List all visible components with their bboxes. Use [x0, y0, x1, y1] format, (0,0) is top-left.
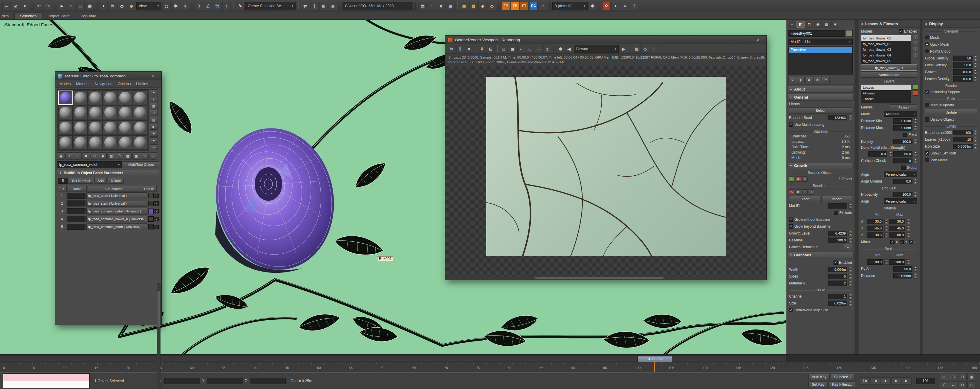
button-embedded[interactable]: <embedded> [861, 71, 917, 78]
field-mat-id[interactable] [828, 203, 847, 208]
render-pass-dropdown[interactable]: Beauty▾ [574, 45, 619, 53]
field-leaves-density[interactable]: 100.0 [953, 76, 972, 81]
ribbon-tab-object-paint[interactable]: Object Paint [43, 13, 75, 19]
tab-motion[interactable]: ◉ [814, 21, 822, 28]
time-slider-track[interactable]: 101 / 262 [0, 355, 786, 362]
material-slot-24[interactable] [133, 135, 147, 150]
field-size[interactable]: 0.029m [828, 300, 847, 306]
dropdown-align-16[interactable]: Perpendicular▾ [884, 171, 917, 177]
play-button[interactable]: ▶ [881, 377, 891, 384]
checkbox-exclude[interactable] [834, 211, 838, 215]
spinner-arrows[interactable]: ▲▼ [914, 158, 917, 164]
checkbox-real-world-map-size[interactable]: ✓ [789, 308, 793, 312]
spinner-arrows[interactable]: ▲▼ [848, 231, 852, 236]
toggle-layer-explorer[interactable]: ≣ [329, 2, 337, 10]
close-icon[interactable]: ✕ [148, 73, 159, 80]
checkbox-mirror-x[interactable]: ✓ [890, 240, 894, 244]
submaterial-color-swatch[interactable] [148, 208, 154, 214]
forest-pack-lister[interactable]: FP [501, 2, 510, 10]
coord-field-z[interactable] [250, 378, 286, 384]
field-collision-check[interactable]: 0 [893, 158, 912, 164]
submaterial-color-swatch[interactable] [148, 193, 154, 198]
close-icon[interactable]: ✕ [753, 37, 764, 44]
material-slot-16[interactable] [103, 121, 118, 135]
render-production[interactable]: ◆ [479, 2, 487, 10]
panel-collapse-arrow-icon[interactable]: ◀ [925, 22, 927, 25]
make-unique-icon[interactable]: ◆ [99, 152, 107, 160]
bind-to-space-warp[interactable]: ≈ [21, 2, 29, 10]
reference-coordinate-system[interactable]: View▾ [136, 2, 161, 10]
submaterial-count-field[interactable]: 5 [58, 178, 68, 184]
spinner-arrows[interactable]: ▲▼ [885, 232, 888, 238]
column-header-on-off[interactable]: On/Off [141, 186, 157, 192]
video-color-check-icon[interactable]: ▥ [150, 117, 158, 123]
zoom-icon[interactable]: ⊕ [940, 373, 948, 380]
material-slot-22[interactable] [103, 135, 118, 150]
erase-baseline-icon[interactable]: ✖ [795, 189, 801, 195]
submaterial-button-fp-rosa-common-flower-b-universal-4[interactable]: fp_rosa_common_flower_b ( Universal ) [86, 216, 147, 222]
field-leaves-x1000[interactable]: 10 [953, 137, 972, 142]
material-slot-3[interactable] [88, 91, 102, 105]
object-label-box001[interactable]: Box001 [377, 256, 393, 261]
button-fp-rosa-flower-01[interactable]: fp_rosa_flower_01 [861, 65, 917, 71]
list-item-fp-rosa-flower-03[interactable]: fp_rosa_flower_03 [861, 47, 911, 52]
radio-quick-mesh[interactable] [925, 43, 929, 46]
field-align-ground[interactable]: 0.0 [893, 179, 912, 184]
get-material-icon[interactable]: ◉ [57, 152, 65, 160]
coord-field-x[interactable] [164, 378, 200, 384]
column-header-id[interactable]: ID [58, 186, 67, 192]
schematic-view[interactable]: # [437, 2, 445, 10]
spinner-arrows[interactable]: ▲▼ [974, 137, 977, 142]
octane-render-window[interactable]: OctaneRender Viewport - Rendering —□✕ ↻‖… [445, 36, 766, 280]
field-of-view-icon[interactable]: ∠ [940, 381, 948, 388]
button-select[interactable]: Select [789, 107, 852, 114]
leaves-flowers-panel-header[interactable]: ◀Leaves & Flowers [859, 20, 920, 28]
go-to-end-button[interactable]: ▶| [902, 377, 912, 384]
spinner-arrows[interactable]: ▲▼ [974, 62, 977, 68]
menu-options[interactable]: Options [115, 81, 133, 87]
spinner-arrows[interactable]: ▲▼ [848, 267, 852, 272]
list-item-fp-rosa-flower-01[interactable]: fp_rosa_flower_01 [861, 35, 911, 41]
add-surface-icon[interactable]: + [789, 176, 794, 182]
material-slot-12[interactable] [133, 105, 147, 120]
material-slot-8[interactable] [73, 105, 88, 120]
window-crossing-toggle[interactable]: ▣ [86, 2, 94, 10]
spinner-arrows[interactable]: ▲▼ [885, 225, 888, 231]
material-slot-5[interactable] [118, 91, 132, 105]
submaterial-on-toggle[interactable]: ✓ [154, 225, 159, 229]
current-frame-field[interactable]: 101 [916, 378, 935, 384]
material-type-button[interactable]: Multi/Sub-Object [123, 161, 159, 168]
button-set-number[interactable]: Set Number [69, 178, 93, 184]
menu-modes[interactable]: Modes [57, 81, 73, 87]
rose-model[interactable] [205, 119, 345, 279]
snaps-toggle-3d[interactable]: 3 [194, 2, 203, 10]
layer-swatch-green[interactable] [913, 84, 918, 90]
remove-model[interactable]: − [913, 41, 918, 46]
checkbox-enabled[interactable]: ✓ [899, 29, 903, 33]
ribbon-tab-populate[interactable]: Populate [75, 13, 102, 19]
checkbox-manual-update[interactable] [925, 103, 929, 107]
draw-baseline-icon[interactable]: ✎ [789, 189, 794, 195]
percent-snap-toggle[interactable]: % [213, 2, 221, 10]
checkbox-use-multithreading[interactable]: ✓ [789, 122, 793, 127]
minimize-button[interactable]: — [730, 37, 741, 44]
use-pivot-point-center[interactable]: ◎ [162, 2, 171, 10]
select-and-place[interactable]: ⊕ [127, 2, 135, 10]
material-slot-4[interactable] [103, 91, 118, 105]
rollout-growth[interactable]: ▼Growth [788, 162, 854, 169]
field-leaves-25-max[interactable]: 60.0 [889, 232, 905, 238]
material-slot-18[interactable] [133, 121, 147, 135]
menu-navigation[interactable]: Navigation [92, 81, 115, 87]
pan-view-icon[interactable]: ↔ [949, 381, 957, 388]
submaterial-color-swatch[interactable] [148, 224, 154, 229]
field-leaves-29-min[interactable]: 80.0 [867, 259, 883, 265]
list-item-fp-rosa-flower-02[interactable]: fp_rosa_flower_02 [861, 41, 911, 47]
octane-clay-mode[interactable]: ◇ [641, 45, 649, 53]
field-material-id[interactable]: 2 [828, 281, 847, 286]
script-listener[interactable]: » [621, 2, 629, 10]
field-width[interactable]: 0.004m [828, 267, 847, 272]
options-icon[interactable]: ✱ [150, 130, 158, 137]
field-icon-size[interactable]: 0.5863m [953, 144, 972, 149]
spinner-arrows[interactable]: ▲▼ [848, 115, 852, 121]
zoom-extents-icon[interactable]: ⊡ [958, 373, 967, 380]
